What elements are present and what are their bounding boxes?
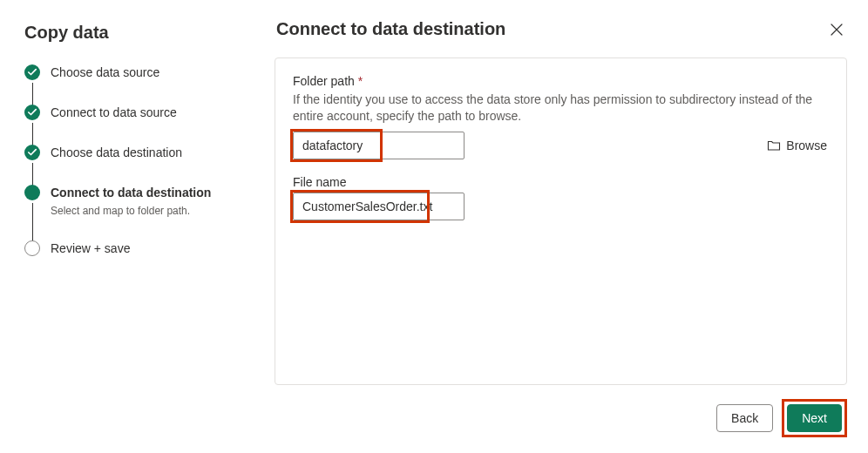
- wizard-title: Copy data: [24, 23, 241, 43]
- step-label: Choose data source: [51, 64, 241, 81]
- folder-path-input[interactable]: [293, 132, 465, 159]
- main-content: Connect to data destination Folder path …: [258, 0, 868, 453]
- pending-step-icon: [24, 240, 40, 256]
- highlight-annotation: Next: [782, 399, 847, 437]
- step-choose-data-destination[interactable]: Choose data destination: [24, 144, 241, 184]
- file-name-field-group: File name: [293, 175, 829, 220]
- checkmark-icon: [24, 145, 40, 160]
- file-name-input[interactable]: [293, 193, 465, 220]
- page-title: Connect to data destination: [275, 19, 505, 39]
- step-label: Review + save: [51, 240, 241, 257]
- folder-path-label: Folder path *: [293, 74, 829, 88]
- checkmark-icon: [24, 105, 40, 120]
- step-label: Connect to data destination: [51, 184, 241, 201]
- checkmark-icon: [24, 64, 40, 80]
- browse-button[interactable]: Browse: [765, 135, 829, 156]
- close-button[interactable]: [826, 19, 847, 40]
- wizard-steps: Choose data source Connect to data sourc…: [24, 64, 241, 280]
- folder-path-help: If the identity you use to access the da…: [293, 91, 829, 125]
- step-label: Connect to data source: [51, 104, 241, 121]
- next-button[interactable]: Next: [787, 404, 842, 432]
- step-label: Choose data destination: [51, 144, 241, 161]
- step-connect-data-source[interactable]: Connect to data source: [24, 104, 241, 144]
- wizard-sidebar: Copy data Choose data source Connect to …: [0, 0, 258, 453]
- step-choose-data-source[interactable]: Choose data source: [24, 64, 241, 104]
- close-icon: [830, 23, 844, 37]
- form-panel: Folder path * If the identity you use to…: [275, 57, 847, 385]
- required-indicator: *: [358, 74, 363, 88]
- folder-icon: [767, 139, 781, 152]
- back-button[interactable]: Back: [716, 404, 773, 432]
- footer-buttons: Back Next: [275, 399, 847, 437]
- folder-path-field-group: Folder path * If the identity you use to…: [293, 74, 829, 159]
- main-header: Connect to data destination: [275, 19, 847, 40]
- current-step-icon: [24, 185, 40, 200]
- file-name-label: File name: [293, 175, 829, 189]
- step-connect-data-destination[interactable]: Connect to data destination Select and m…: [24, 184, 241, 240]
- step-sublabel: Select and map to folder path.: [51, 205, 241, 217]
- step-review-save[interactable]: Review + save: [24, 240, 241, 280]
